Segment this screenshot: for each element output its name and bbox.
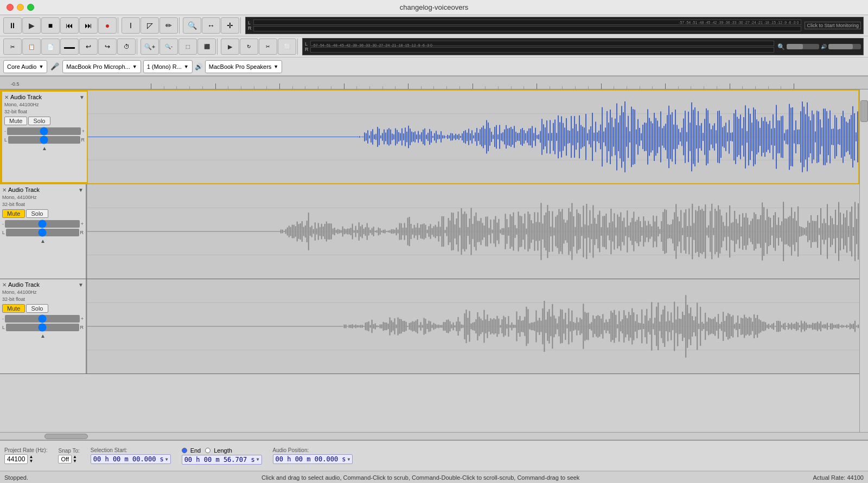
click-to-monitor-btn[interactable]: Click to Start Monitoring (805, 22, 861, 29)
select-tool[interactable]: I (122, 17, 140, 34)
waveform-canvas-3[interactable] (87, 279, 859, 373)
silence-tool[interactable]: ▬▬ (60, 38, 79, 55)
track-2-solo-btn[interactable]: Solo (26, 209, 48, 218)
track-3-pan-slider[interactable] (6, 324, 79, 331)
track-1-name: Audio Track (10, 94, 79, 100)
zoom-in-btn[interactable]: 🔍+ (141, 38, 159, 55)
track-3-waveform[interactable]: 1.0 0.5 0.0 -0.5 -1.0 (87, 279, 859, 373)
skip-start-button[interactable]: ⏮ (60, 17, 79, 34)
trim-audio-btn[interactable]: ✂ (259, 38, 277, 55)
silence-sel-btn[interactable]: ⬜ (278, 38, 296, 55)
track-1-collapse[interactable]: ▲ (4, 145, 85, 151)
track-1-close[interactable]: ✕ (4, 94, 9, 100)
snap-box[interactable]: Off (58, 455, 71, 463)
track-1-collapse-icon[interactable]: ▲ (42, 145, 47, 151)
multi-tool[interactable]: ✛ (221, 17, 239, 34)
pause-button[interactable]: ⏸ (3, 17, 22, 34)
end-radio-dot (182, 448, 187, 453)
loop-btn[interactable]: ↻ (240, 38, 258, 55)
horizontal-scrollbar[interactable] (0, 432, 868, 440)
track-1-meta: Mono, 44100Hz 32-bit float (4, 101, 85, 115)
skip-end-button[interactable]: ⏭ (79, 17, 98, 34)
maximize-button[interactable] (27, 4, 34, 11)
v-scroll-thumb[interactable] (860, 100, 868, 122)
track-2-mute-btn[interactable]: Mute (2, 209, 25, 218)
play-small-btn[interactable]: ▶ (221, 38, 239, 55)
track-1-mute-btn[interactable]: Mute (4, 117, 27, 125)
track-2-pan-slider[interactable] (6, 229, 79, 236)
vertical-scrollbar[interactable] (859, 89, 868, 432)
project-rate-spinner[interactable]: ▲ ▼ (29, 455, 33, 463)
audio-host-select[interactable]: Core Audio ▼ (3, 60, 47, 73)
track-3-header: ✕ Audio Track ▼ (2, 281, 84, 288)
zoom-sel-btn[interactable]: ⬚ (178, 38, 197, 55)
status-controls: Project Rate (Hz): 44100 ▲ ▼ Snap To: Of… (0, 441, 868, 471)
track-3-gain-plus: + (81, 316, 84, 321)
track-1-waveform[interactable]: 1.0 0.5 0.0 -0.5 -1.0 (88, 91, 858, 183)
track-2-collapse-icon[interactable]: ▲ (40, 238, 46, 244)
volume-slider[interactable] (828, 44, 861, 49)
mic-device-select[interactable]: MacBook Pro Microph... ▼ (62, 60, 141, 73)
track-2-close[interactable]: ✕ (2, 187, 7, 193)
track-2-menu[interactable]: ▼ (78, 187, 84, 193)
speaker-select[interactable]: MacBook Pro Speakers ▼ (205, 60, 282, 73)
zoom-fit-btn[interactable]: ⬛ (197, 38, 216, 55)
envelope-tool[interactable]: ◸ (141, 17, 159, 34)
waveform-canvas-2[interactable] (87, 184, 859, 279)
device-row: Core Audio ▼ 🎤 MacBook Pro Microph... ▼ … (0, 57, 868, 76)
track-3-gain-slider[interactable] (5, 315, 80, 323)
track-3-gain-minus: - (2, 316, 4, 321)
end-value-box[interactable]: 00 h 00 m 56.707 s ▼ (182, 455, 262, 465)
end-length-radio: End Length (182, 447, 262, 454)
stopped-text: Stopped. (4, 474, 28, 481)
end-radio-label[interactable]: End (182, 447, 201, 454)
track-2-waveform[interactable]: 1.0 0.5 0.0 -0.5 -1.0 ◄ (87, 184, 859, 279)
track-2-gain-slider[interactable] (5, 220, 80, 228)
track-1-menu[interactable]: ▼ (79, 94, 85, 100)
vu-bar2-r (310, 47, 775, 53)
minimize-button[interactable] (17, 4, 24, 11)
undo-btn[interactable]: ↩ (79, 38, 98, 55)
timeline-ruler[interactable]: -0.5 0.00.51.01.52.02.53.03.54.04.55.0 (0, 76, 868, 89)
zoom-in-tool[interactable]: 🔍 (183, 17, 201, 34)
draw-tool[interactable]: ✏ (159, 17, 178, 34)
track-3-menu[interactable]: ▼ (78, 282, 84, 288)
track-2-collapse[interactable]: ▲ (2, 237, 84, 244)
trim-tool[interactable]: ✂ (3, 38, 22, 55)
speed-slider[interactable] (787, 44, 819, 49)
track-3: ✕ Audio Track ▼ Mono, 44100Hz 32-bit flo… (0, 279, 859, 374)
track-2-gain-plus: + (81, 221, 84, 227)
tool-selectors: I ◸ ✏ (120, 17, 180, 34)
track-1-gain-row: - + (4, 127, 85, 135)
transport-controls: ⏸ ▶ ■ ⏮ ⏭ ● (2, 17, 118, 34)
record-button[interactable]: ● (98, 17, 117, 34)
redo-btn[interactable]: ↪ (98, 38, 117, 55)
close-button[interactable] (7, 4, 14, 11)
track-1-solo-btn[interactable]: Solo (28, 117, 50, 125)
time-shift-tool[interactable]: ↔ (202, 17, 220, 34)
track-1-gain-slider[interactable] (7, 127, 81, 135)
main-content: ✕ Audio Track ▼ Mono, 44100Hz 32-bit flo… (0, 89, 868, 432)
selection-start-box[interactable]: 00 h 00 m 00.000 s ▼ (91, 454, 171, 464)
zoom-out-btn[interactable]: 🔍- (159, 38, 178, 55)
sync-btn[interactable]: ⏱ (117, 38, 136, 55)
waveform-canvas-1[interactable] (88, 91, 858, 183)
vu-meter-top: LR -57 -54 -51 -48 -45 -42 -39 -36 -33 -… (245, 17, 864, 34)
track-3-solo-btn[interactable]: Solo (26, 304, 48, 313)
stop-button[interactable]: ■ (41, 17, 60, 34)
track-1-pan-slider[interactable] (8, 136, 80, 144)
project-rate-box[interactable]: 44100 (4, 454, 28, 464)
track-2-header: ✕ Audio Track ▼ (2, 186, 84, 193)
audio-position-box[interactable]: 00 h 00 m 00.000 s ▼ (273, 454, 353, 464)
h-scroll-thumb[interactable] (44, 434, 88, 439)
snap-spinner[interactable]: ▲ ▼ (73, 455, 77, 463)
channels-select[interactable]: 1 (Mono) R... ▼ (143, 60, 193, 73)
length-radio-label[interactable]: Length (205, 447, 232, 454)
copy-tool[interactable]: 📋 (22, 38, 41, 55)
track-3-mute-btn[interactable]: Mute (2, 304, 25, 313)
play-button[interactable]: ▶ (22, 17, 41, 34)
track-3-collapse[interactable]: ▲ (2, 332, 84, 339)
track-3-close[interactable]: ✕ (2, 282, 7, 288)
paste-tool[interactable]: 📄 (41, 38, 60, 55)
track-3-collapse-icon[interactable]: ▲ (40, 333, 46, 339)
